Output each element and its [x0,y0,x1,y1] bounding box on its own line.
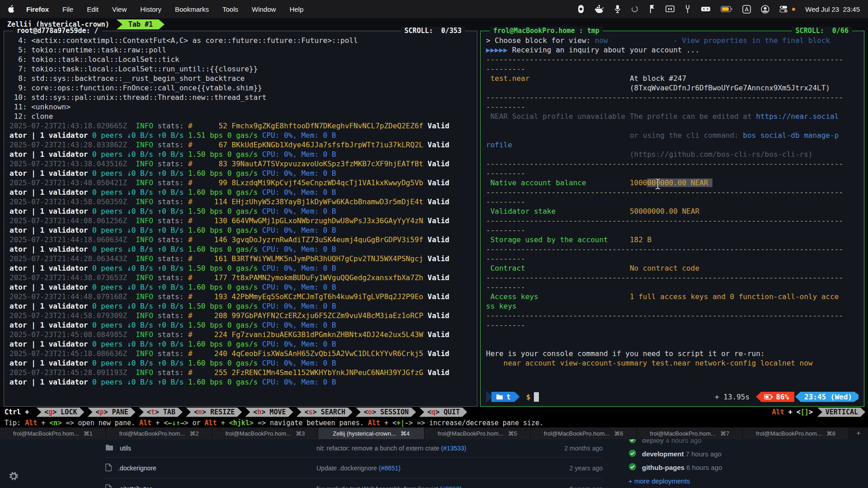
shortcuts-icon[interactable] [631,5,639,13]
deployment-name[interactable]: development [642,450,686,458]
commit-message[interactable]: Update .dockerignore (#8651) [316,465,530,472]
deployment-row[interactable]: github-pages 6 hours ago [628,463,863,472]
text-span: 1.51 bps 0 gas/s [184,131,258,140]
separator-line: ----------------------------------------… [486,159,859,169]
control-center-icon[interactable] [779,5,788,13]
terminal-tab-4[interactable]: Zellij (hysterical-crown...⌘4 [318,427,425,439]
menu-item-tools[interactable]: Tools [216,5,245,13]
commit-message[interactable]: nit: refactor: remove a bunch of extern … [316,445,530,452]
menu-item-window[interactable]: Window [245,5,283,13]
text-span: INFO [136,122,153,130]
menu-item-history[interactable]: History [133,5,168,13]
settings-gear-icon[interactable] [8,471,19,483]
file-name[interactable]: utils [120,445,131,452]
backtrace-line: 5: tokio::runtime::task::raw::poll [9,45,472,55]
left-pane[interactable]: root@d778a97e59de: / SCROLL: 0/353 4: <a… [4,31,477,407]
prompt-dollar: $ [526,393,531,401]
terminal-tab-8[interactable]: frol@MacBookPro.hom...⌘8 [743,427,849,439]
text-span [227,122,232,130]
menu-clock[interactable]: Wed Jul 23 23:45 [805,5,860,13]
terminal-cursor[interactable] [534,392,539,402]
file-row[interactable]: utilsnit: refactor: remove a bunch of ex… [105,439,603,458]
new-tab-button[interactable]: + [849,427,868,439]
pr-link[interactable]: (#13533) [441,445,466,452]
text-span: 0 peers ↓0 B/s ↑0 B/s [92,378,184,386]
key-letter: t [151,408,155,416]
flag-icon[interactable] [649,5,656,14]
menu-item-edit[interactable]: Edit [80,5,105,13]
tab-shortcut: ⌘4 [401,430,410,437]
menu-item-file[interactable]: File [56,5,80,13]
commit-text[interactable]: nit: refactor: remove a bunch of extern … [316,445,441,452]
file-name-cell[interactable]: .gitattributes [105,484,316,488]
text-span: stats: [153,311,188,320]
file-row[interactable]: .dockerignoreUpdate .dockerignore (#8651… [105,458,603,479]
terminal-tab-3[interactable]: frol@MacBookPro.hom...⌘3 [212,427,319,439]
terminal-tab-2[interactable]: frol@MacBookPro.hom...⌘2 [106,427,212,439]
file-name[interactable]: .gitattributes [118,485,152,488]
keybind-pane: <p> PANE [87,408,135,417]
terminal-tab-7[interactable]: frol@MacBookPro.hom...⌘7 [637,427,743,439]
separator-line: ----------------------------------------… [486,93,859,102]
text-span: ator | 1 validator [9,207,88,216]
file-name-cell[interactable]: utils [105,444,316,452]
zellij-tab-1[interactable]: Tab #1 [117,19,165,29]
keyboard-icon[interactable] [701,5,711,13]
commit-text[interactable]: fix: exclude test WebAssembly from lingu… [316,485,440,488]
screen-mirroring-icon[interactable] [665,5,675,13]
battery-icon[interactable] [721,6,732,12]
deployment-row[interactable]: development 7 hours ago [628,449,863,459]
output-line: near account view-account-summary test.n… [486,358,859,368]
text-span: 0 peers ↓0 B/s ↑0 B/s [92,131,184,140]
text-span: 664VMwGMj1pGLxoNWbrzughDwU8wPsJ3x36GAyYy… [231,216,423,225]
pr-link[interactable]: (#8868) [440,485,462,488]
text-span: 2025-07-23T21:44:48.079168Z [9,292,127,301]
terminal-tab-5[interactable]: frol@MacBookPro.hom...⌘5 [425,427,531,439]
microphone-icon[interactable] [614,5,621,14]
menu-item-help[interactable]: Help [283,5,310,13]
commit-text[interactable]: Update .dockerignore [316,465,379,472]
log-line: 2025-07-23T21:44:38.073653Z INFO stats: … [9,273,472,282]
pr-link[interactable]: (#8651) [379,465,401,472]
commit-message[interactable]: fix: exclude test WebAssembly from lingu… [316,485,530,488]
folder-icon [496,394,503,400]
separator-line: --------- [486,282,859,292]
key-letter: s [309,408,313,416]
text-span: Valid [428,122,449,130]
text-span [423,235,428,244]
log-line: ator | 1 validator 0 peers ↓0 B/s ↑0 B/s… [9,131,472,140]
tab-label: Zellij (hysterical-crown... [333,430,396,437]
text-span [127,216,136,225]
file-name-cell[interactable]: .dockerignore [105,464,316,473]
log-line: 2025-07-23T21:44:08.061256Z INFO stats: … [9,216,472,225]
backtrace-line: 6: tokio::task::local::LocalSet::tick [9,55,472,64]
tuning-fork-icon[interactable] [684,5,691,14]
menu-item-bookmarks[interactable]: Bookmarks [168,5,216,13]
deployment-name[interactable]: github-pages [642,464,686,471]
docker-icon[interactable] [594,5,604,14]
record-icon[interactable] [577,5,585,14]
file-name[interactable]: .dockerignore [118,465,156,472]
menu-item-view[interactable]: View [105,5,133,13]
input-source-icon[interactable]: A [742,5,751,14]
log-line: 2025-07-23T21:45:18.086636Z INFO stats: … [9,349,472,358]
apple-menu-icon[interactable] [7,5,15,14]
text-span: 1.60 bps 0 gas/s [184,245,258,253]
right-pane[interactable]: frol@MacBookPro.home : tmp SCROLL: 0/66 … [480,31,864,407]
deployment-name[interactable]: deploy [642,439,666,444]
text-span: INFO [136,273,153,282]
separator-line: --------- [486,254,859,263]
output-line: NEAR Social profile unavailable The prof… [486,112,859,121]
account-icon[interactable] [761,5,769,14]
more-deployments-link[interactable]: + more deployments [628,477,863,485]
deployment-row[interactable]: deploy 4 hours ago [628,439,863,445]
file-row[interactable]: .gitattributesfix: exclude test WebAssem… [105,479,603,488]
menu-item-firefox[interactable]: Firefox [19,5,56,13]
text-span: 1000 [630,178,647,187]
text-span [88,283,92,291]
terminal-tab-1[interactable]: frol@MacBookPro.hom...⌘1 [0,427,106,439]
tip-segment: Alt [205,419,217,427]
terminal-tab-6[interactable]: frol@MacBookPro.hom...⌘6 [531,427,637,439]
text-span: 0 peers ↓0 B/s ↑0 B/s [92,150,184,159]
notification-dot [792,8,795,11]
